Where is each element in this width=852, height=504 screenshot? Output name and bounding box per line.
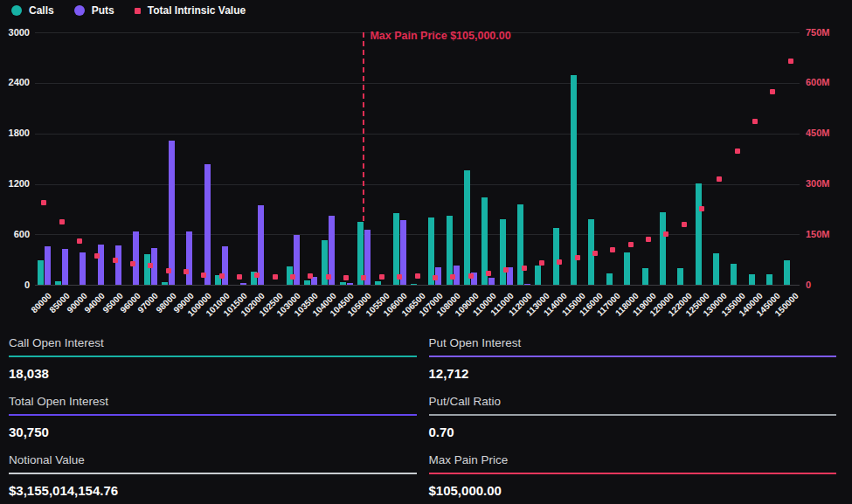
intrinsic-point-104500[interactable] <box>343 275 349 280</box>
call-bar-109000[interactable] <box>464 170 470 286</box>
left-axis-tick: 2400 <box>0 77 30 87</box>
put-bar-98000[interactable] <box>169 141 175 285</box>
call-bar-135000[interactable] <box>731 264 737 286</box>
intrinsic-point-110000[interactable] <box>486 271 491 276</box>
intrinsic-point-113000[interactable] <box>539 260 544 266</box>
stat-value: 30,750 <box>9 425 417 439</box>
put-bar-100000[interactable] <box>204 164 211 285</box>
intrinsic-point-145000[interactable] <box>770 89 775 94</box>
intrinsic-point-103500[interactable] <box>308 273 313 279</box>
call-bar-98000[interactable] <box>162 282 168 285</box>
legend-item-puts[interactable]: Puts <box>74 4 114 17</box>
gridline <box>35 234 800 235</box>
intrinsic-point-101000[interactable] <box>219 273 225 279</box>
put-bar-85000[interactable] <box>62 249 68 285</box>
intrinsic-point-112000[interactable] <box>522 266 527 271</box>
intrinsic-point-106000[interactable] <box>397 274 402 280</box>
left-axis-tick: 1200 <box>0 178 30 189</box>
plot-area[interactable]: 3000750M2400600M1800450M1200300M600150M0… <box>0 0 852 330</box>
put-bar-99000[interactable] <box>186 231 192 285</box>
intrinsic-point-105000[interactable] <box>361 275 366 280</box>
intrinsic-point-99000[interactable] <box>184 269 189 274</box>
intrinsic-point-106500[interactable] <box>415 273 420 279</box>
stat-label: Call Open Interest <box>9 336 417 349</box>
call-bar-140000[interactable] <box>749 274 755 285</box>
intrinsic-point-105500[interactable] <box>379 274 384 280</box>
call-bar-150000[interactable] <box>784 260 790 285</box>
intrinsic-point-108000[interactable] <box>450 274 455 280</box>
call-bar-113000[interactable] <box>535 266 541 285</box>
intrinsic-point-125000[interactable] <box>699 206 704 211</box>
legend-label: Puts <box>92 4 114 17</box>
put-bar-94000[interactable] <box>98 245 104 285</box>
intrinsic-point-100000[interactable] <box>201 273 206 278</box>
call-bar-85000[interactable] <box>55 281 61 285</box>
intrinsic-point-102500[interactable] <box>273 274 278 280</box>
put-bar-112000[interactable] <box>524 284 530 285</box>
call-bar-112000[interactable] <box>517 204 523 285</box>
intrinsic-point-80000[interactable] <box>41 200 46 205</box>
intrinsic-point-103000[interactable] <box>290 274 295 280</box>
call-bar-97000[interactable] <box>144 254 150 285</box>
intrinsic-point-96000[interactable] <box>130 261 135 266</box>
intrinsic-point-135000[interactable] <box>735 148 740 154</box>
put-bar-80000[interactable] <box>45 246 51 285</box>
right-axis-tick: 450M <box>806 128 844 138</box>
put-bar-101500[interactable] <box>240 283 246 285</box>
put-bar-101000[interactable] <box>222 246 228 285</box>
intrinsic-point-94000[interactable] <box>94 253 100 259</box>
call-bar-120000[interactable] <box>660 212 666 285</box>
intrinsic-point-116000[interactable] <box>592 251 598 256</box>
intrinsic-point-117000[interactable] <box>610 247 615 252</box>
intrinsic-point-140000[interactable] <box>752 119 758 124</box>
call-bar-106500[interactable] <box>411 284 417 285</box>
intrinsic-point-90000[interactable] <box>77 238 82 244</box>
put-bar-90000[interactable] <box>80 252 86 286</box>
intrinsic-point-119000[interactable] <box>646 237 651 242</box>
stat-underline <box>9 414 417 416</box>
put-bar-95000[interactable] <box>115 245 121 285</box>
intrinsic-point-150000[interactable] <box>788 59 793 64</box>
intrinsic-point-120000[interactable] <box>663 231 668 237</box>
intrinsic-point-109000[interactable] <box>468 273 474 279</box>
gridline <box>35 83 800 84</box>
intrinsic-point-98000[interactable] <box>166 268 171 273</box>
call-bar-80000[interactable] <box>38 260 44 285</box>
intrinsic-point-85000[interactable] <box>59 219 65 224</box>
intrinsic-point-95000[interactable] <box>113 258 118 263</box>
max-pain-line <box>363 32 364 221</box>
stat-underline <box>429 414 837 416</box>
legend-item-total-intrinsic-value[interactable]: Total Intrinsic Value <box>135 4 246 17</box>
intrinsic-point-114000[interactable] <box>557 259 562 265</box>
put-bar-96000[interactable] <box>133 231 139 286</box>
intrinsic-point-122000[interactable] <box>682 222 687 227</box>
call-bar-130000[interactable] <box>713 253 719 286</box>
intrinsic-point-102000[interactable] <box>254 273 260 278</box>
call-bar-125000[interactable] <box>696 183 702 285</box>
call-bar-145000[interactable] <box>766 274 772 286</box>
intrinsic-point-111000[interactable] <box>503 267 509 273</box>
call-bar-118000[interactable] <box>624 252 630 286</box>
call-bar-105500[interactable] <box>375 281 381 285</box>
intrinsic-point-104000[interactable] <box>326 274 331 280</box>
call-bar-111000[interactable] <box>500 219 506 285</box>
call-bar-115000[interactable] <box>571 75 577 285</box>
gridline <box>35 134 800 135</box>
call-bar-114000[interactable] <box>553 228 559 286</box>
left-axis-tick: 0 <box>0 280 30 290</box>
intrinsic-point-97000[interactable] <box>148 263 153 268</box>
call-bar-103500[interactable] <box>304 280 310 285</box>
call-bar-119000[interactable] <box>642 268 648 285</box>
call-bar-122000[interactable] <box>677 268 683 285</box>
put-bar-110000[interactable] <box>488 278 495 285</box>
call-bar-104500[interactable] <box>340 282 346 285</box>
call-bar-117000[interactable] <box>606 273 613 285</box>
legend-item-calls[interactable]: Calls <box>11 4 54 17</box>
intrinsic-point-118000[interactable] <box>628 242 634 247</box>
intrinsic-point-130000[interactable] <box>717 176 722 182</box>
intrinsic-point-101500[interactable] <box>237 274 242 280</box>
intrinsic-point-115000[interactable] <box>575 255 580 260</box>
put-bar-104500[interactable] <box>347 283 353 285</box>
intrinsic-point-107000[interactable] <box>433 275 438 280</box>
stat-value: $105,000.00 <box>429 483 837 498</box>
